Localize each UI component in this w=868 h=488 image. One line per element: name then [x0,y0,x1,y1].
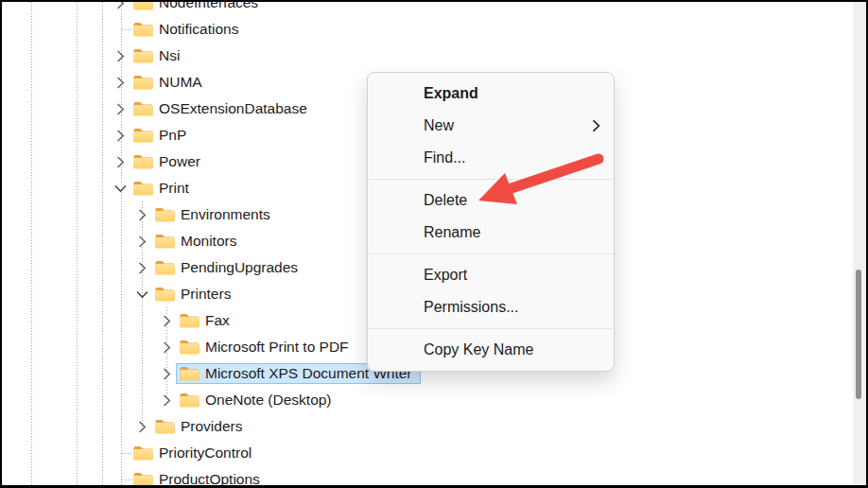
chevron-right-icon[interactable] [133,418,150,435]
chevron-right-icon[interactable] [158,392,175,409]
vertical-scrollbar[interactable] [853,2,866,485]
folder-icon [133,128,153,143]
window-border-top [0,0,868,2]
registry-editor-window: NodeInterfaces Notifications Nsi NUMA OS… [0,0,868,488]
folder-icon [133,75,153,90]
tree-item-label: OSExtensionDatabase [159,101,307,116]
menu-item-find[interactable]: Find... [368,142,614,174]
chevron-right-icon[interactable] [112,153,129,170]
tree-item-label: PnP [159,128,186,143]
chevron-right-icon[interactable] [158,365,175,382]
tree-item-label: Environments [181,207,270,222]
tree-item-label: Printers [181,287,231,302]
tree-item-label: PendingUpgrades [181,260,298,275]
menu-item-delete[interactable]: Delete [368,184,614,217]
folder-icon [155,207,175,222]
tree-item-label: Notifications [159,22,238,37]
folder-icon [155,419,175,434]
menu-item-permissions[interactable]: Permissions... [368,291,614,323]
menu-item-copy-key-name[interactable]: Copy Key Name [368,334,614,366]
tree-item-label: Power [159,154,200,169]
folder-icon [133,48,153,63]
tree-item-label: Print [159,181,189,196]
tree-item-label: Fax [205,313,230,328]
tree-item-label: Monitors [181,234,236,249]
menu-item-new[interactable]: New [368,110,614,142]
chevron-right-icon[interactable] [133,259,150,276]
folder-icon [133,22,153,37]
folder-icon [133,181,153,196]
folder-icon [180,366,200,381]
chevron-right-icon[interactable] [112,100,129,117]
folder-icon [133,445,153,461]
folder-icon [133,154,153,169]
menu-item-export[interactable]: Export [368,259,614,291]
window-border-left [0,0,2,488]
folder-icon [133,101,153,116]
tree-item-label: PriorityControl [159,445,252,461]
chevron-right-icon[interactable] [158,312,175,329]
folder-icon [180,313,200,328]
tree-item-nodeinterfaces[interactable]: NodeInterfaces [0,0,868,16]
tree-item-label: Nsi [159,48,180,63]
chevron-right-icon[interactable] [112,47,129,64]
tree-item-providers[interactable]: Providers [0,413,868,440]
chevron-down-icon[interactable] [133,286,150,303]
menu-separator [369,253,613,254]
submenu-chevron-right-icon [592,119,600,132]
chevron-right-icon[interactable] [112,74,129,91]
chevron-right-icon[interactable] [133,206,150,223]
expander-placeholder [112,21,129,38]
chevron-right-icon[interactable] [133,233,150,250]
menu-separator [369,328,613,329]
tree-item-label: OneNote (Desktop) [205,392,332,408]
folder-icon [155,234,175,249]
scrollbar-thumb[interactable] [856,270,861,399]
tree-item-label: Microsoft Print to PDF [205,340,349,355]
chevron-right-icon[interactable] [112,127,129,144]
folder-icon [155,260,175,275]
folder-icon [155,287,175,302]
tree-item-onenote-desktop[interactable]: OneNote (Desktop) [0,387,868,413]
chevron-down-icon[interactable] [112,180,129,197]
folder-icon [180,340,200,355]
tree-item-label: NUMA [159,75,202,90]
expander-placeholder [112,444,129,462]
folder-icon [180,392,200,408]
menu-separator [369,179,613,180]
tree-item-label: Providers [181,419,242,434]
menu-item-expand[interactable]: Expand [368,78,614,110]
chevron-right-icon[interactable] [158,339,175,356]
menu-item-rename[interactable]: Rename [368,217,614,249]
tree-item-notifications[interactable]: Notifications [0,16,868,43]
context-menu: Expand New Find... Delete Rename Export … [367,72,615,372]
tree-item-prioritycontrol[interactable]: PriorityControl [0,440,868,466]
tree-item-nsi[interactable]: Nsi [0,43,868,69]
